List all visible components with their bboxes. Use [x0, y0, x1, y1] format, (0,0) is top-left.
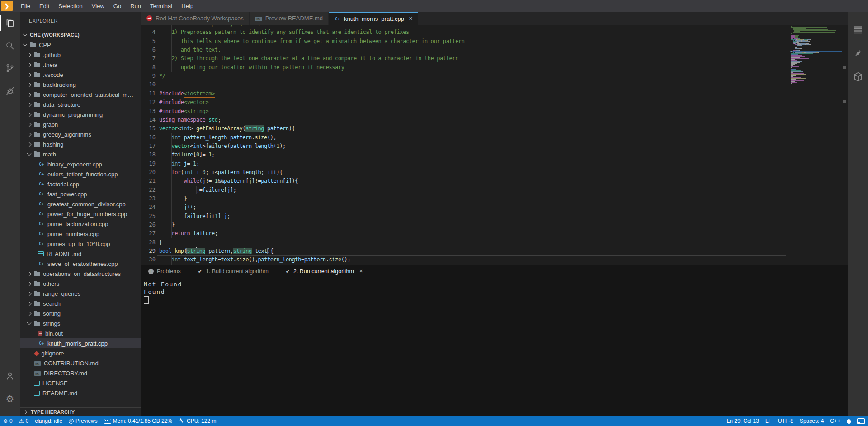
menu-edit[interactable]: Edit	[35, 0, 54, 12]
settings-gear-icon[interactable]: ⚙	[0, 387, 20, 410]
menu-selection[interactable]: Selection	[54, 0, 87, 12]
code-text: failure[i+1]=j;	[159, 212, 230, 221]
tree-file-greatest_common_divisor.cpp[interactable]: C+greatest_common_divisor.cpp	[20, 199, 141, 209]
tree-folder-.theia[interactable]: .theia	[20, 60, 141, 70]
tree-folder-math[interactable]: math	[20, 149, 141, 159]
editor-scrollbar[interactable]	[842, 25, 848, 265]
overview-ruler-mark	[843, 100, 846, 103]
status-item-utf-8[interactable]: UTF-8	[778, 418, 793, 424]
tree-folder-strings[interactable]: strings	[20, 318, 141, 328]
code-line: 5 This tells us where to continue from i…	[141, 37, 790, 46]
tree-folder-operations_on_datastructures[interactable]: operations_on_datastructures	[20, 269, 141, 279]
explorer-sidebar: EXPLORER CHE (WORKSPACE)CPP.github.theia…	[20, 12, 141, 416]
plugin-icon[interactable]	[848, 42, 868, 65]
tree-folder-CPP[interactable]: CPP	[20, 40, 141, 50]
tab-preview-readme-md[interactable]: Preview README.md	[250, 12, 328, 25]
status-item-cpu-122-m[interactable]: CPU: 122 m	[179, 418, 216, 425]
tree-file-fast_power.cpp[interactable]: C+fast_power.cpp	[20, 189, 141, 199]
status-item-previews[interactable]: Previews	[69, 418, 98, 424]
menu-run[interactable]: Run	[126, 0, 146, 12]
workspace-icon[interactable]: ❯	[1, 1, 13, 11]
status-item-clangd-idle[interactable]: clangd: idle	[35, 418, 62, 424]
tree-folder-computer_oriented_statistical_m…[interactable]: computer_oriented_statistical_m…	[20, 90, 141, 99]
folder-icon	[30, 43, 36, 47]
status-item-0[interactable]: ⚠0	[19, 418, 28, 424]
tree-file-CONTRIBUTION.md[interactable]: CONTRIBUTION.md	[20, 358, 141, 368]
tree-file-factorial.cpp[interactable]: C+factorial.cpp	[20, 179, 141, 189]
tree-file-binary_exponent.cpp[interactable]: C+binary_exponent.cpp	[20, 159, 141, 169]
status-item-spaces-4[interactable]: Spaces: 4	[800, 418, 824, 424]
status-item-mem-0-41-1-85-gb-22-[interactable]: Mem: 0.41/1.85 GB 22%	[104, 418, 172, 424]
search-icon[interactable]	[0, 34, 20, 57]
panel-tab-problems[interactable]: !Problems	[148, 268, 181, 275]
tree-folder-sorting[interactable]: sorting	[20, 308, 141, 318]
status-item-0[interactable]: ⊗0	[3, 418, 13, 424]
workspace-section-header[interactable]: CHE (WORKSPACE)	[20, 30, 141, 40]
tab-red-hat-codeready-workspaces[interactable]: Red Hat CodeReady Workspaces	[141, 12, 249, 25]
menu-terminal[interactable]: Terminal	[146, 0, 177, 12]
tree-file-sieve_of_eratosthenes.cpp[interactable]: C+sieve_of_eratosthenes.cpp	[20, 259, 141, 269]
tree-file-knuth_morris_pratt.cpp[interactable]: C+knuth_morris_pratt.cpp	[20, 338, 141, 348]
tree-item-label: greatest_common_divisor.cpp	[47, 201, 126, 208]
code-line: 15vector<int> getFailureArray(string pat…	[141, 124, 790, 133]
tree-folder-range_queries[interactable]: range_queries	[20, 289, 141, 298]
line-number: 28	[141, 238, 156, 247]
status-item-lf[interactable]: LF	[765, 418, 772, 424]
build-cube-icon[interactable]	[848, 65, 868, 89]
tree-item-label: bin.out	[45, 330, 63, 337]
tree-file-DIRECTORY.md[interactable]: DIRECTORY.md	[20, 368, 141, 378]
tree-file-eulers_totient_function.cpp[interactable]: C+eulers_totient_function.cpp	[20, 169, 141, 179]
tree-folder-backtracking[interactable]: backtracking	[20, 80, 141, 90]
tree-folder-data_structure[interactable]: data_structure	[20, 99, 141, 109]
cpp-file-icon: C+	[38, 202, 45, 206]
chevron-right-icon	[27, 132, 31, 137]
status-item-c-[interactable]: C++	[830, 418, 840, 424]
source-control-icon[interactable]	[0, 57, 20, 80]
tree-folder-.github[interactable]: .github	[20, 50, 141, 60]
type-hierarchy-section[interactable]: TYPE HIERARCHY	[20, 407, 141, 416]
tree-file-README.md[interactable]: README.md	[20, 388, 141, 398]
tree-folder-dynamic_programming[interactable]: dynamic_programming	[20, 109, 141, 119]
minimap[interactable]	[790, 25, 842, 265]
tree-file-primes_up_to_10^8.cpp[interactable]: C+primes_up_to_10^8.cpp	[20, 239, 141, 249]
status-item-ln-29-col-13[interactable]: Ln 29, Col 13	[727, 418, 759, 424]
tree-item-label: factorial.cpp	[47, 181, 79, 188]
code-editor[interactable]: 3 text with complexity O(n + m)4 1) Prep…	[141, 25, 790, 265]
terminal-output[interactable]: Not FoundFound	[141, 277, 848, 304]
tree-folder-.vscode[interactable]: .vscode	[20, 70, 141, 80]
tree-file-README.md[interactable]: README.md	[20, 249, 141, 259]
menu-go[interactable]: Go	[109, 0, 126, 12]
tree-file-power_for_huge_numbers.cpp[interactable]: C+power_for_huge_numbers.cpp	[20, 209, 141, 219]
outline-icon[interactable]	[848, 18, 868, 42]
tree-file-prime_numbers.cpp[interactable]: C+prime_numbers.cpp	[20, 229, 141, 239]
close-icon[interactable]: ✕	[409, 16, 413, 22]
account-icon[interactable]	[0, 364, 20, 387]
tree-folder-graph[interactable]: graph	[20, 119, 141, 129]
explorer-icon[interactable]	[0, 12, 20, 34]
tab-knuth-morris-pratt-cpp[interactable]: C+knuth_morris_pratt.cpp✕	[329, 12, 418, 25]
panel-tab-2-run-current-algorithm[interactable]: ✔2. Run current algorithm✕	[286, 268, 363, 275]
tree-folder-hashing[interactable]: hashing	[20, 139, 141, 149]
debug-disabled-icon[interactable]	[0, 80, 20, 102]
tree-file-LICENSE[interactable]: LICENSE	[20, 378, 141, 388]
status-item[interactable]	[857, 418, 865, 424]
tree-folder-search[interactable]: search	[20, 298, 141, 308]
tree-file-bin.out[interactable]: bin.out	[20, 328, 141, 338]
status-right: Ln 29, Col 13LFUTF-8Spaces: 4C++	[724, 418, 868, 424]
panel-tab-1-build-current-algorithm[interactable]: ✔1. Build current algorithm	[198, 268, 269, 275]
menu-view[interactable]: View	[87, 0, 109, 12]
tree-folder-others[interactable]: others	[20, 279, 141, 289]
cpp-file-icon: C+	[38, 261, 45, 266]
bell-icon	[847, 419, 851, 423]
tree-file-.gitignore[interactable]: .gitignore	[20, 348, 141, 358]
indent-guide	[50, 179, 50, 189]
tree-item-label: .theia	[43, 62, 57, 68]
tree-folder-greedy_algorithms[interactable]: greedy_algorithms	[20, 129, 141, 139]
menu-help[interactable]: Help	[177, 0, 198, 12]
chevron-down-icon	[23, 32, 27, 37]
tree-item-label: prime_factorization.cpp	[47, 221, 108, 227]
menu-file[interactable]: File	[16, 0, 35, 12]
status-item[interactable]	[847, 419, 851, 423]
tree-file-prime_factorization.cpp[interactable]: C+prime_factorization.cpp	[20, 219, 141, 229]
close-icon[interactable]: ✕	[359, 268, 363, 274]
